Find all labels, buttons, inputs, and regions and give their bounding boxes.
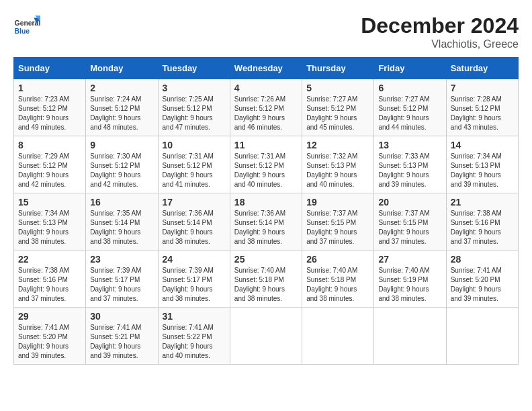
calendar-cell: 2Sunrise: 7:24 AMSunset: 5:12 PMDaylight… [86, 79, 158, 136]
calendar-cell: 10Sunrise: 7:31 AMSunset: 5:12 PMDayligh… [158, 136, 230, 193]
cell-info: Sunrise: 7:41 AMSunset: 5:20 PMDaylight:… [18, 323, 81, 361]
day-number: 18 [234, 197, 298, 208]
day-number: 24 [163, 254, 226, 265]
calendar-cell: 12Sunrise: 7:32 AMSunset: 5:13 PMDayligh… [302, 136, 374, 193]
cell-info: Sunrise: 7:38 AMSunset: 5:16 PMDaylight:… [451, 209, 514, 246]
day-number: 6 [378, 83, 441, 93]
weekday-header: Wednesday [230, 58, 302, 79]
cell-info: Sunrise: 7:32 AMSunset: 5:13 PMDaylight:… [306, 152, 369, 189]
day-number: 19 [306, 197, 369, 208]
calendar-cell: 13Sunrise: 7:33 AMSunset: 5:13 PMDayligh… [374, 136, 446, 193]
cell-info: Sunrise: 7:41 AMSunset: 5:20 PMDaylight:… [451, 266, 514, 304]
day-number: 25 [234, 254, 298, 265]
cell-info: Sunrise: 7:23 AMSunset: 5:12 PMDaylight:… [18, 95, 81, 132]
calendar-cell: 16Sunrise: 7:35 AMSunset: 5:14 PMDayligh… [86, 193, 158, 250]
calendar-cell: 25Sunrise: 7:40 AMSunset: 5:18 PMDayligh… [230, 250, 302, 308]
page-header: General Blue December 2024 Vlachiotis, G… [13, 13, 519, 50]
calendar-cell: 22Sunrise: 7:38 AMSunset: 5:16 PMDayligh… [14, 250, 86, 308]
calendar-cell: 6Sunrise: 7:27 AMSunset: 5:12 PMDaylight… [374, 79, 446, 136]
cell-info: Sunrise: 7:39 AMSunset: 5:17 PMDaylight:… [90, 266, 153, 304]
calendar-cell: 19Sunrise: 7:37 AMSunset: 5:15 PMDayligh… [302, 193, 374, 250]
calendar-cell: 29Sunrise: 7:41 AMSunset: 5:20 PMDayligh… [14, 308, 86, 365]
cell-info: Sunrise: 7:27 AMSunset: 5:12 PMDaylight:… [306, 95, 369, 132]
calendar-cell: 24Sunrise: 7:39 AMSunset: 5:17 PMDayligh… [158, 250, 230, 308]
cell-info: Sunrise: 7:24 AMSunset: 5:12 PMDaylight:… [90, 95, 153, 132]
cell-info: Sunrise: 7:34 AMSunset: 5:13 PMDaylight:… [451, 152, 514, 189]
cell-info: Sunrise: 7:26 AMSunset: 5:12 PMDaylight:… [234, 95, 298, 132]
calendar-cell: 11Sunrise: 7:31 AMSunset: 5:12 PMDayligh… [230, 136, 302, 193]
day-number: 12 [306, 140, 369, 150]
weekday-header: Monday [86, 58, 158, 79]
calendar-cell: 26Sunrise: 7:40 AMSunset: 5:18 PMDayligh… [302, 250, 374, 308]
calendar-cell: 31Sunrise: 7:41 AMSunset: 5:22 PMDayligh… [158, 308, 230, 365]
calendar-cell: 3Sunrise: 7:25 AMSunset: 5:12 PMDaylight… [158, 79, 230, 136]
weekday-header: Tuesday [158, 58, 230, 79]
cell-info: Sunrise: 7:31 AMSunset: 5:12 PMDaylight:… [163, 152, 226, 189]
calendar-cell [446, 308, 518, 365]
calendar-cell: 7Sunrise: 7:28 AMSunset: 5:12 PMDaylight… [446, 79, 518, 136]
cell-info: Sunrise: 7:38 AMSunset: 5:16 PMDaylight:… [18, 266, 81, 304]
title-area: December 2024 Vlachiotis, Greece [361, 13, 519, 50]
day-number: 2 [90, 83, 153, 93]
cell-info: Sunrise: 7:40 AMSunset: 5:18 PMDaylight:… [306, 266, 369, 304]
day-number: 1 [18, 83, 81, 93]
cell-info: Sunrise: 7:36 AMSunset: 5:14 PMDaylight:… [163, 209, 226, 246]
cell-info: Sunrise: 7:41 AMSunset: 5:22 PMDaylight:… [163, 323, 226, 361]
cell-info: Sunrise: 7:34 AMSunset: 5:13 PMDaylight:… [18, 209, 81, 246]
day-number: 9 [90, 140, 153, 150]
cell-info: Sunrise: 7:37 AMSunset: 5:15 PMDaylight:… [378, 209, 441, 246]
day-number: 20 [378, 197, 441, 208]
cell-info: Sunrise: 7:39 AMSunset: 5:17 PMDaylight:… [163, 266, 226, 304]
calendar-cell: 28Sunrise: 7:41 AMSunset: 5:20 PMDayligh… [446, 250, 518, 308]
cell-info: Sunrise: 7:33 AMSunset: 5:13 PMDaylight:… [378, 152, 441, 189]
cell-info: Sunrise: 7:27 AMSunset: 5:12 PMDaylight:… [378, 95, 441, 132]
logo: General Blue [13, 13, 43, 40]
cell-info: Sunrise: 7:29 AMSunset: 5:12 PMDaylight:… [18, 152, 81, 189]
calendar-cell: 1Sunrise: 7:23 AMSunset: 5:12 PMDaylight… [14, 79, 86, 136]
cell-info: Sunrise: 7:36 AMSunset: 5:14 PMDaylight:… [234, 209, 298, 246]
day-number: 14 [451, 140, 514, 150]
cell-info: Sunrise: 7:35 AMSunset: 5:14 PMDaylight:… [90, 209, 153, 246]
month-title: December 2024 [361, 13, 519, 38]
calendar-cell [374, 308, 446, 365]
day-number: 16 [90, 197, 153, 208]
calendar-cell: 5Sunrise: 7:27 AMSunset: 5:12 PMDaylight… [302, 79, 374, 136]
day-number: 10 [163, 140, 226, 150]
calendar-cell: 4Sunrise: 7:26 AMSunset: 5:12 PMDaylight… [230, 79, 302, 136]
cell-info: Sunrise: 7:41 AMSunset: 5:21 PMDaylight:… [90, 323, 153, 361]
cell-info: Sunrise: 7:40 AMSunset: 5:19 PMDaylight:… [378, 266, 441, 304]
weekday-header: Sunday [14, 58, 86, 79]
calendar-table: SundayMondayTuesdayWednesdayThursdayFrid… [13, 57, 519, 365]
cell-info: Sunrise: 7:37 AMSunset: 5:15 PMDaylight:… [306, 209, 369, 246]
day-number: 31 [163, 311, 226, 322]
day-number: 28 [451, 254, 514, 265]
day-number: 4 [234, 83, 298, 93]
day-number: 30 [90, 311, 153, 322]
day-number: 22 [18, 254, 81, 265]
cell-info: Sunrise: 7:40 AMSunset: 5:18 PMDaylight:… [234, 266, 298, 304]
weekday-header: Friday [374, 58, 446, 79]
day-number: 5 [306, 83, 369, 93]
calendar-cell [230, 308, 302, 365]
calendar-cell: 30Sunrise: 7:41 AMSunset: 5:21 PMDayligh… [86, 308, 158, 365]
day-number: 7 [451, 83, 514, 93]
calendar-cell: 9Sunrise: 7:30 AMSunset: 5:12 PMDaylight… [86, 136, 158, 193]
cell-info: Sunrise: 7:25 AMSunset: 5:12 PMDaylight:… [163, 95, 226, 132]
day-number: 29 [18, 311, 81, 322]
day-number: 3 [163, 83, 226, 93]
calendar-cell: 27Sunrise: 7:40 AMSunset: 5:19 PMDayligh… [374, 250, 446, 308]
calendar-cell: 8Sunrise: 7:29 AMSunset: 5:12 PMDaylight… [14, 136, 86, 193]
cell-info: Sunrise: 7:30 AMSunset: 5:12 PMDaylight:… [90, 152, 153, 189]
day-number: 21 [451, 197, 514, 208]
day-number: 17 [163, 197, 226, 208]
svg-text:Blue: Blue [15, 28, 30, 35]
day-number: 27 [378, 254, 441, 265]
day-number: 15 [18, 197, 81, 208]
weekday-header: Saturday [446, 58, 518, 79]
calendar-cell: 20Sunrise: 7:37 AMSunset: 5:15 PMDayligh… [374, 193, 446, 250]
cell-info: Sunrise: 7:28 AMSunset: 5:12 PMDaylight:… [451, 95, 514, 132]
calendar-cell: 18Sunrise: 7:36 AMSunset: 5:14 PMDayligh… [230, 193, 302, 250]
calendar-cell: 21Sunrise: 7:38 AMSunset: 5:16 PMDayligh… [446, 193, 518, 250]
day-number: 8 [18, 140, 81, 150]
day-number: 23 [90, 254, 153, 265]
